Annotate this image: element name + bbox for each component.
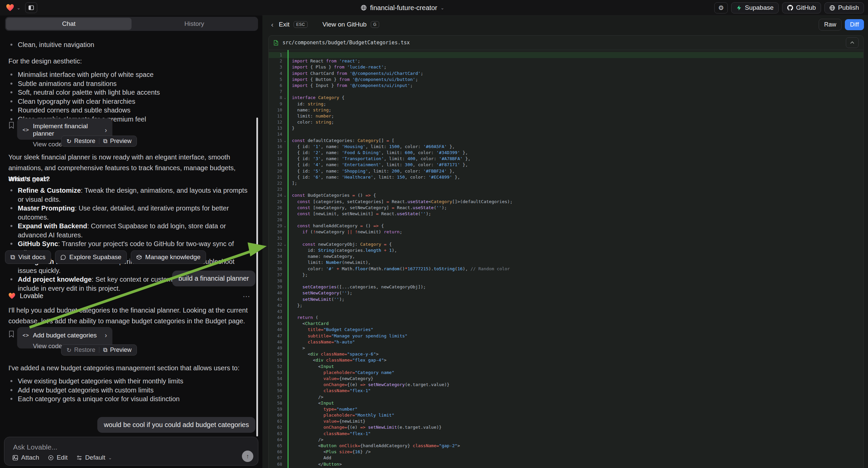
composer-input[interactable]: Ask Lovable... <box>13 443 57 451</box>
restore-icon: ↻ <box>66 347 71 354</box>
send-button[interactable]: ↑ <box>242 450 253 462</box>
publish-button[interactable]: Publish <box>825 2 864 13</box>
target-icon <box>48 455 54 461</box>
tab-history[interactable]: History <box>131 18 257 30</box>
preview-button[interactable]: ⧉Preview <box>99 347 135 353</box>
code-line: 49 > <box>269 345 863 351</box>
file-added-icon <box>274 40 278 46</box>
code-line: 44 return ( <box>269 315 863 321</box>
code-line: 43 <box>269 309 863 315</box>
attach-image-icon <box>12 455 18 461</box>
list-item: Clean typography with clear hierarchies <box>8 97 160 106</box>
file-diff-card: src/components/budget/BudgetCategories.t… <box>269 35 864 468</box>
supabase-bolt-icon <box>736 5 742 11</box>
list-item: Clean, intuitive navigation <box>8 40 94 49</box>
knowledge-box-icon <box>136 255 142 260</box>
manage-knowledge-button[interactable]: Manage knowledge <box>131 251 206 264</box>
chevron-left-icon[interactable]: ‹ <box>271 21 274 29</box>
mode-select[interactable]: Default ⌄ <box>76 454 112 461</box>
code-line: 1 <box>269 52 863 58</box>
version-title: Add budget categories <box>33 332 97 339</box>
code-line: 2import React from 'react'; <box>269 58 863 64</box>
publish-globe-icon <box>829 5 835 11</box>
code-line: 48 className="h-auto" <box>269 339 863 345</box>
external-link-icon: ⧉ <box>103 347 107 353</box>
user-message: would be cool if you could add budget ca… <box>97 417 255 433</box>
code-line: 18 { id: '3', name: 'Transportation', li… <box>269 156 863 162</box>
restore-button[interactable]: ↻Restore <box>63 138 99 145</box>
code-line: 58 <Input <box>269 400 863 406</box>
code-line: 17 { id: '2', name: 'Food & Dining', lim… <box>269 150 863 156</box>
code-line: 54 value={newCategory} <box>269 376 863 382</box>
design-bullet-list: Minimalist interface with plenty of whit… <box>8 70 160 123</box>
settings-gear-button[interactable]: ⚙ <box>714 2 728 13</box>
chat-scrollbar[interactable] <box>256 117 258 436</box>
code-line: 67 Add <box>269 455 863 461</box>
code-line: 28 <box>269 217 863 223</box>
view-on-github-button[interactable]: View on GitHub <box>322 21 367 28</box>
explore-supabase-button[interactable]: Explore Supabase <box>55 251 127 264</box>
code-brackets-icon: <> <box>23 127 29 133</box>
raw-toggle-button[interactable]: Raw <box>819 19 841 31</box>
tab-chat[interactable]: Chat <box>6 18 131 30</box>
edit-button[interactable]: Edit <box>48 454 68 461</box>
list-item: Expand with Backend: Connect Supabase to… <box>8 222 252 239</box>
code-line: 20 { id: '5', name: 'Shopping', limit: 2… <box>269 168 863 174</box>
code-line: 36 color: '#' + Math.floor(Math.random()… <box>269 266 863 272</box>
chevron-right-icon: › <box>105 126 107 134</box>
code-line: 21 { id: '6', name: 'Healthcare', limit:… <box>269 174 863 180</box>
code-line: 56 className="flex-1" <box>269 388 863 394</box>
file-path: src/components/budget/BudgetCategories.t… <box>282 39 410 46</box>
design-heading: For the design aesthetic: <box>8 56 82 66</box>
whats-next-heading: What's next? <box>8 175 50 183</box>
code-line: 5import { Button } from '@/components/ui… <box>269 77 863 83</box>
bookmark-icon[interactable] <box>8 330 14 338</box>
bookmark-icon[interactable] <box>8 121 14 129</box>
code-content[interactable]: 1 2import React from 'react';3import { P… <box>269 50 863 468</box>
reply-paragraph: I'll help you add budget categories to t… <box>8 305 254 326</box>
preview-button[interactable]: ⧉Preview <box>99 138 135 145</box>
code-line: 16 { id: '1', name: 'Housing', limit: 15… <box>269 144 863 150</box>
code-line: 37 }; <box>269 272 863 278</box>
code-line: 46 title="Budget Categories" <box>269 327 863 333</box>
code-line: 47 subtitle="Manage your spending limits… <box>269 333 863 339</box>
code-line: 22]; <box>269 180 863 186</box>
logo-chevron-down-icon[interactable]: ⌄ <box>17 5 21 10</box>
added-paragraph: I've added a new budget categories manag… <box>8 362 254 373</box>
external-link-icon: ⧉ <box>103 138 107 145</box>
chat-panel: Chat History Clean, intuitive navigation… <box>4 16 260 468</box>
code-line: 19 { id: '4', name: 'Entertainment', lim… <box>269 162 863 168</box>
code-view-header: ‹ Exit ESC View on GitHub G Raw Diff <box>262 16 868 33</box>
code-line: 35 limit: Number(newLimit), <box>269 260 863 266</box>
code-brackets-icon: <> <box>23 332 29 339</box>
g-key-badge: G <box>371 21 379 28</box>
project-switcher[interactable]: financial-future-creator ⌄ <box>361 0 444 16</box>
sidebar-toggle-button[interactable] <box>25 2 37 13</box>
project-chevron-down-icon: ⌄ <box>440 5 444 10</box>
file-card-header[interactable]: src/components/budget/BudgetCategories.t… <box>269 36 863 50</box>
chevron-right-icon: › <box>105 331 107 339</box>
code-line: 29⌄ const handleAddCategory = () => { <box>269 223 863 229</box>
code-line: 10 name: string; <box>269 107 863 113</box>
diff-toggle-button[interactable]: Diff <box>845 19 864 30</box>
code-line: 13} <box>269 125 863 131</box>
code-line: 25 const [categories, setCategories] = R… <box>269 199 863 205</box>
github-button[interactable]: GitHub <box>782 2 821 13</box>
list-item: Master Prompting: Use clear, detailed, a… <box>8 204 252 222</box>
message-menu-button[interactable]: ⋯ <box>243 292 251 301</box>
code-line: 12 color: string; <box>269 119 863 125</box>
code-line: 39 setCategories([...categories, newCate… <box>269 284 863 290</box>
supabase-button[interactable]: Supabase <box>731 2 779 13</box>
globe-icon <box>361 5 367 11</box>
list-item: Add new budget categories with custom li… <box>8 386 183 395</box>
attach-button[interactable]: Attach <box>12 454 39 461</box>
collapse-file-button[interactable] <box>846 37 859 48</box>
lovable-logo-icon[interactable] <box>6 4 14 11</box>
restore-button[interactable]: ↻Restore <box>63 347 99 354</box>
list-item: Subtle animations and transitions <box>8 79 160 88</box>
code-line: 38 <box>269 278 863 284</box>
code-line: 34 name: newCategory, <box>269 254 863 260</box>
exit-button[interactable]: Exit <box>279 21 289 28</box>
code-line: 66 <Plus size={16} /> <box>269 449 863 455</box>
visit-docs-button[interactable]: ⧉ Visit docs <box>5 251 51 264</box>
